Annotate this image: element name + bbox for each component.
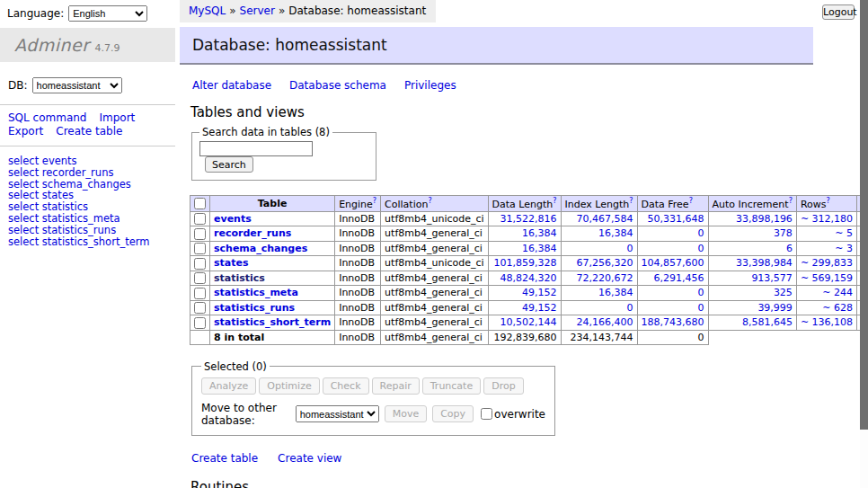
vertical-scrollbar[interactable]	[860, 0, 868, 488]
help-link-icon[interactable]: ?	[789, 197, 793, 205]
overwrite-label: overwrite	[481, 408, 545, 421]
db-select[interactable]: homeassistant	[32, 77, 122, 93]
data-free-link[interactable]: 50,331,648	[637, 211, 708, 226]
rows-link[interactable]: ~ 312,180	[796, 211, 856, 226]
rows-link[interactable]: ~ 3	[796, 241, 856, 256]
help-link-icon[interactable]: ?	[689, 197, 693, 205]
row-checkbox[interactable]	[194, 243, 206, 254]
create-link[interactable]: Create view	[278, 452, 341, 465]
database-action-link[interactable]: Database schema	[289, 79, 386, 92]
auto-increment-link[interactable]: 39,999	[708, 300, 796, 315]
scrollbar-thumb[interactable]	[860, 0, 868, 430]
selected-action-button[interactable]: Drop	[483, 377, 523, 395]
index-length-link[interactable]: 72,220,672	[561, 271, 637, 286]
data-free-link[interactable]: 188,743,680	[637, 315, 708, 331]
index-length-link[interactable]: 70,467,584	[561, 211, 637, 226]
table-name-link[interactable]: statistics_runs	[214, 302, 295, 314]
copy-button[interactable]: Copy	[432, 405, 474, 422]
help-link-icon[interactable]: ?	[826, 197, 829, 205]
rows-link[interactable]: ~ 569,159	[796, 271, 856, 286]
table-name-link[interactable]: events	[214, 213, 252, 225]
table-name-link[interactable]: states	[214, 257, 249, 269]
logout-button[interactable]: Logout	[822, 4, 855, 20]
selected-action-button[interactable]: Analyze	[201, 377, 256, 395]
index-length-link[interactable]: 0	[561, 300, 637, 315]
selected-action-button[interactable]: Optimize	[259, 377, 319, 395]
breadcrumb-mysql-link[interactable]: MySQL	[189, 4, 226, 17]
sidebar-main-link[interactable]: SQL command	[8, 111, 86, 125]
help-link-icon[interactable]: ?	[428, 197, 431, 205]
auto-increment-link[interactable]: 33,898,196	[708, 211, 796, 226]
move-db-select[interactable]: homeassistant	[296, 405, 379, 422]
overwrite-checkbox[interactable]	[481, 408, 492, 420]
search-input[interactable]	[199, 141, 313, 156]
help-link-icon[interactable]: ?	[629, 197, 633, 205]
auto-increment-link[interactable]: 325	[708, 286, 796, 301]
sidebar-select-table-link[interactable]: select recorder_runs	[8, 167, 175, 179]
auto-increment-link[interactable]: 6	[708, 241, 796, 256]
rows-link[interactable]: ~ 299,833	[796, 256, 856, 271]
rows-link[interactable]: ~ 5	[796, 226, 856, 242]
column-header-rows: Rows?	[796, 196, 856, 212]
breadcrumb-server-link[interactable]: Server	[240, 4, 275, 17]
table-name-link[interactable]: statistics	[214, 272, 265, 284]
data-length-link[interactable]: 10,502,144	[488, 315, 561, 331]
row-checkbox[interactable]	[194, 288, 206, 299]
data-length-link[interactable]: 31,522,816	[488, 211, 561, 226]
sidebar-select-table-link[interactable]: select statistics_runs	[8, 225, 175, 236]
auto-increment-link[interactable]: 913,577	[708, 271, 796, 286]
selected-action-button[interactable]: Repair	[372, 377, 420, 395]
auto-increment-link[interactable]: 8,581,645	[708, 315, 796, 331]
database-action-link[interactable]: Alter database	[192, 79, 271, 92]
row-checkbox[interactable]	[194, 317, 206, 329]
sidebar-select-table-link[interactable]: select statistics_meta	[8, 213, 175, 225]
data-free-link[interactable]: 0	[637, 241, 708, 256]
data-length-link[interactable]: 48,824,320	[488, 271, 561, 286]
sidebar-select-table-link[interactable]: select statistics_short_term	[8, 236, 175, 248]
index-length-link[interactable]: 67,256,320	[561, 256, 637, 271]
sidebar-main-link[interactable]: Import	[99, 111, 135, 125]
table-name-link[interactable]: statistics_short_term	[214, 316, 331, 328]
data-free-link[interactable]: 6,291,456	[637, 271, 708, 286]
sidebar-select-table-link[interactable]: select events	[8, 155, 175, 167]
rows-link[interactable]: ~ 628	[796, 300, 856, 315]
table-name-link[interactable]: schema_changes	[214, 243, 307, 254]
data-free-link[interactable]: 0	[637, 226, 708, 242]
selected-action-button[interactable]: Check	[323, 377, 369, 395]
row-checkbox[interactable]	[194, 272, 206, 284]
data-length-link[interactable]: 49,152	[488, 286, 561, 301]
rows-link[interactable]: ~ 136,108	[796, 315, 856, 331]
move-button[interactable]: Move	[385, 405, 428, 422]
index-length-link[interactable]: 16,384	[561, 226, 637, 242]
rows-link[interactable]: ~ 244	[796, 286, 856, 301]
data-length-link[interactable]: 16,384	[488, 241, 561, 256]
row-checkbox[interactable]	[194, 302, 206, 314]
app-logo[interactable]: Adminer	[14, 35, 90, 55]
auto-increment-link[interactable]: 378	[708, 226, 796, 242]
index-length-link[interactable]: 16,384	[561, 286, 637, 301]
create-link[interactable]: Create table	[191, 452, 258, 465]
row-checkbox[interactable]	[194, 258, 206, 270]
data-length-link[interactable]: 16,384	[488, 226, 561, 242]
search-button[interactable]: Search	[205, 156, 253, 173]
auto-increment-link[interactable]: 33,398,984	[708, 256, 796, 271]
index-length-link[interactable]: 24,166,400	[561, 315, 637, 331]
selected-action-button[interactable]: Truncate	[422, 377, 481, 395]
index-length-link[interactable]: 0	[561, 241, 637, 256]
data-length-link[interactable]: 49,152	[488, 300, 561, 315]
database-action-link[interactable]: Privileges	[404, 79, 456, 92]
data-free-link[interactable]: 0	[637, 300, 708, 315]
row-checkbox[interactable]	[194, 213, 206, 225]
select-all-checkbox[interactable]	[194, 198, 206, 209]
data-length-link[interactable]: 101,859,328	[488, 256, 561, 271]
row-checkbox[interactable]	[194, 228, 206, 240]
sidebar-main-link[interactable]: Create table	[56, 125, 122, 138]
table-name-link[interactable]: recorder_runs	[214, 227, 291, 239]
help-link-icon[interactable]: ?	[553, 197, 556, 205]
sidebar-main-link[interactable]: Export	[8, 125, 43, 138]
data-free-link[interactable]: 104,857,600	[637, 256, 708, 271]
help-link-icon[interactable]: ?	[373, 197, 376, 205]
language-select[interactable]: English	[68, 5, 147, 22]
data-free-link[interactable]: 0	[637, 286, 708, 301]
table-name-link[interactable]: statistics_meta	[214, 287, 298, 298]
